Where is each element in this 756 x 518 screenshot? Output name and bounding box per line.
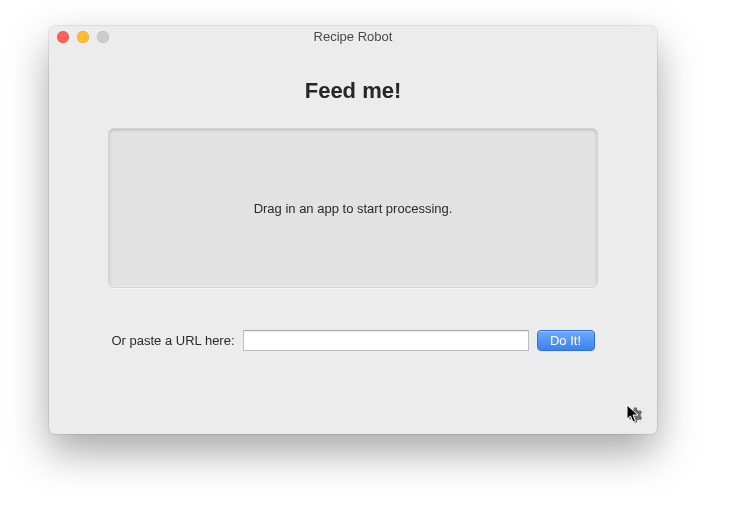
drop-zone-text: Drag in an app to start processing. <box>254 201 453 216</box>
url-input-label: Or paste a URL here: <box>111 333 234 348</box>
app-window: Recipe Robot Feed me! Drag in an app to … <box>49 26 657 434</box>
url-input-row: Or paste a URL here: Do It! <box>89 330 617 351</box>
do-it-button[interactable]: Do It! <box>537 330 595 351</box>
gear-icon[interactable] <box>625 406 643 424</box>
traffic-lights <box>57 31 109 43</box>
window-content: Feed me! Drag in an app to start process… <box>49 48 657 351</box>
zoom-icon[interactable] <box>97 31 109 43</box>
page-heading: Feed me! <box>89 78 617 104</box>
url-input[interactable] <box>243 330 529 351</box>
close-icon[interactable] <box>57 31 69 43</box>
window-title: Recipe Robot <box>314 26 393 48</box>
titlebar[interactable]: Recipe Robot <box>49 26 657 48</box>
minimize-icon[interactable] <box>77 31 89 43</box>
drop-zone[interactable]: Drag in an app to start processing. <box>108 128 598 288</box>
